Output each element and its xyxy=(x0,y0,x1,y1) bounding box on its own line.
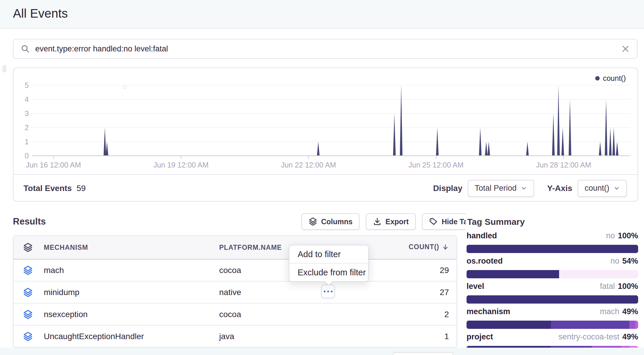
clear-search-icon[interactable] xyxy=(621,44,630,53)
tag-summary-row: os.rootedno54% xyxy=(467,257,638,278)
chart-footer-controls: Display Total Period Y-Axis count() xyxy=(433,175,627,202)
table-row[interactable]: nsexceptioncocoa2 xyxy=(14,304,457,326)
tag-bar-segment[interactable] xyxy=(629,321,635,329)
tag-percent: 49% xyxy=(622,307,638,316)
column-header-mechanism[interactable]: MECHANISM xyxy=(44,244,88,252)
display-dropdown-value: Total Period xyxy=(475,184,517,193)
display-dropdown[interactable]: Total Period xyxy=(468,180,534,197)
tag-summary-row: handledno100% xyxy=(467,231,638,253)
svg-text:3: 3 xyxy=(25,109,29,118)
menu-item-add-to-filter[interactable]: Add to filter xyxy=(289,245,368,263)
total-events-label: Total Events xyxy=(24,184,72,193)
cell-count[interactable]: 29 xyxy=(440,266,449,275)
table-header-row: MECHANISM PLATFORM.NAME COUNT() xyxy=(14,236,457,259)
cell-mechanism[interactable]: mach xyxy=(44,266,64,275)
pagination-partial[interactable] xyxy=(393,352,453,355)
svg-text:Jun 19 12:00 AM: Jun 19 12:00 AM xyxy=(153,161,209,169)
cell-platform[interactable]: java xyxy=(219,332,234,341)
search-icon xyxy=(21,44,30,53)
svg-text:Jun 28 12:00 AM: Jun 28 12:00 AM xyxy=(536,161,591,169)
layers-icon[interactable] xyxy=(23,309,33,319)
cell-mechanism[interactable]: minidump xyxy=(44,288,79,297)
layers-icon[interactable] xyxy=(23,265,33,275)
sort-desc-arrow-icon xyxy=(442,244,449,251)
cell-platform[interactable]: cocoa xyxy=(219,266,241,275)
svg-text:Jun 25 12:00 AM: Jun 25 12:00 AM xyxy=(408,161,464,169)
tag-top-value: no xyxy=(611,257,619,266)
columns-button[interactable]: Columns xyxy=(301,213,360,230)
cell-actions-ellipsis-button[interactable] xyxy=(321,284,335,298)
ellipsis-dot xyxy=(327,291,329,292)
tag-percent: 49% xyxy=(622,332,638,341)
table-row[interactable]: minidumpnative27 xyxy=(14,282,457,304)
tag-distribution-bar[interactable] xyxy=(467,270,638,278)
table-row[interactable]: machcocoa29 xyxy=(14,259,457,282)
table-row[interactable]: UncaughtExceptionHandlerjava1 xyxy=(14,326,457,347)
cell-context-menu: Add to filter Exclude from filter xyxy=(289,245,369,282)
export-button[interactable]: Export xyxy=(366,213,416,230)
svg-text:2: 2 xyxy=(25,123,29,132)
column-header-platform[interactable]: PLATFORM.NAME xyxy=(219,244,282,252)
events-chart[interactable]: 012345Jun 16 12:00 AMJun 19 12:00 AMJun … xyxy=(14,68,639,173)
tag-top-value-wrap: fatal100% xyxy=(600,282,638,291)
cell-count[interactable]: 2 xyxy=(444,310,449,319)
tag-distribution-bar[interactable] xyxy=(467,245,638,253)
cell-count[interactable]: 27 xyxy=(440,288,449,297)
tag-name: mechanism xyxy=(467,307,510,316)
columns-button-label: Columns xyxy=(321,217,353,226)
yaxis-dropdown[interactable]: count() xyxy=(578,180,627,197)
tag-bar-segment[interactable] xyxy=(635,321,638,329)
legend-series-dot xyxy=(595,76,600,81)
tag-top-value-wrap: mach49% xyxy=(600,307,638,316)
menu-item-exclude-from-filter[interactable]: Exclude from filter xyxy=(289,263,368,281)
layers-icon xyxy=(23,242,33,252)
column-header-count-label: COUNT() xyxy=(409,243,439,251)
yaxis-label: Y-Axis xyxy=(547,184,572,193)
all-events-page: All Events 012345Jun 16 12:00 AMJun 19 1… xyxy=(0,0,644,355)
tag-name: project xyxy=(467,332,493,341)
cell-count[interactable]: 1 xyxy=(444,332,449,341)
page-title: All Events xyxy=(13,6,68,21)
tag-bar-segment[interactable] xyxy=(559,270,638,278)
table-body: machcocoa29 minidumpnative27 nsexception… xyxy=(14,259,457,347)
yaxis-dropdown-value: count() xyxy=(585,184,609,193)
tag-bar-segment[interactable] xyxy=(467,270,559,278)
tag-top-value: no xyxy=(606,231,615,240)
top-header-bar: All Events xyxy=(0,0,644,29)
columns-stack-icon xyxy=(308,217,317,226)
tag-distribution-bar[interactable] xyxy=(467,295,638,304)
cell-mechanism[interactable]: nsexception xyxy=(44,310,88,319)
svg-text:5: 5 xyxy=(25,81,29,89)
layers-icon[interactable] xyxy=(23,287,33,297)
results-toolbar: Columns Export Hide Tags xyxy=(301,213,483,230)
events-chart-panel: 012345Jun 16 12:00 AMJun 19 12:00 AMJun … xyxy=(13,68,638,202)
tag-name: level xyxy=(467,282,484,291)
tag-summary-row: levelfatal100% xyxy=(467,282,638,304)
svg-text:0: 0 xyxy=(25,152,29,160)
tag-distribution-bar[interactable] xyxy=(467,321,638,329)
svg-text:Jun 16 12:00 AM: Jun 16 12:00 AM xyxy=(26,161,81,169)
export-button-label: Export xyxy=(385,217,409,226)
cell-platform[interactable]: cocoa xyxy=(219,310,241,319)
tag-bar-segment[interactable] xyxy=(467,321,551,329)
total-events-value: 59 xyxy=(76,184,85,193)
cell-mechanism[interactable]: UncaughtExceptionHandler xyxy=(44,332,144,341)
column-header-count[interactable]: COUNT() xyxy=(409,243,449,251)
results-title: Results xyxy=(13,216,46,227)
tag-top-value-wrap: sentry-cocoa-test49% xyxy=(559,332,638,341)
tag-bar-segment[interactable] xyxy=(551,321,629,329)
search-bar[interactable] xyxy=(13,39,638,59)
context-menu-caret xyxy=(323,281,334,286)
drag-handle[interactable] xyxy=(3,65,6,72)
svg-text:4: 4 xyxy=(25,95,29,103)
chevron-down-icon xyxy=(521,185,527,192)
tag-summary-panel: Tag Summary handledno100%os.rootedno54%l… xyxy=(466,213,638,354)
cell-platform[interactable]: native xyxy=(219,288,241,297)
tag-bar-segment[interactable] xyxy=(467,245,638,253)
tag-bar-segment[interactable] xyxy=(467,295,638,304)
layers-icon[interactable] xyxy=(23,331,33,341)
tag-percent: 100% xyxy=(618,282,638,291)
results-table: MECHANISM PLATFORM.NAME COUNT() machcoco… xyxy=(13,235,457,348)
tag-summary-row: mechanismmach49% xyxy=(467,307,638,329)
search-input[interactable] xyxy=(35,44,621,54)
